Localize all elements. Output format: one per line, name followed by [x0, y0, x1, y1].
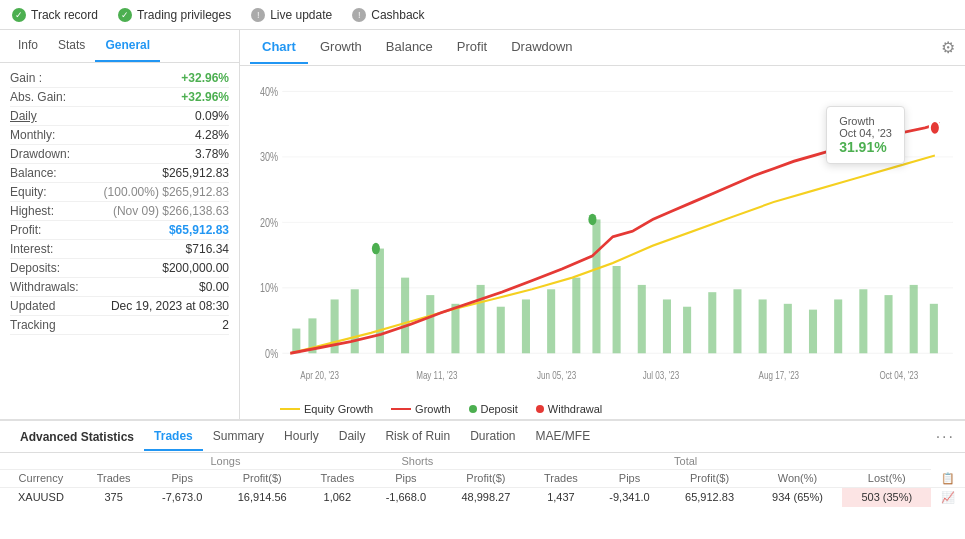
stat-tracking-value: 2 [222, 318, 229, 332]
svg-rect-41 [885, 295, 893, 353]
stat-abs-gain: Abs. Gain: +32.96% [10, 88, 229, 107]
td-longs-profit: 16,914.56 [219, 487, 306, 507]
th-total-pips: Pips [593, 470, 667, 488]
td-won: 934 (65%) [753, 487, 842, 507]
bottom-tab-daily[interactable]: Daily [329, 423, 376, 451]
stat-equity-value: (100.00%) $265,912.83 [104, 185, 229, 199]
svg-rect-33 [683, 307, 691, 354]
stat-daily-label[interactable]: Daily [10, 109, 37, 123]
chart-tab-balance[interactable]: Balance [374, 31, 445, 64]
td-total-trades: 1,437 [529, 487, 593, 507]
svg-rect-42 [910, 285, 918, 353]
cashback-label: Cashback [371, 8, 424, 22]
tab-stats[interactable]: Stats [48, 30, 95, 62]
tooltip-title: Growth [839, 115, 892, 127]
td-longs-trades: 375 [82, 487, 146, 507]
withdrawal-label: Withdrawal [548, 403, 602, 415]
trading-privileges-item[interactable]: ✓ Trading privileges [118, 8, 231, 22]
track-record-badge: ✓ [12, 8, 26, 22]
svg-rect-22 [426, 295, 434, 353]
stat-daily-value: 0.09% [195, 109, 229, 123]
stat-abs-gain-label: Abs. Gain: [10, 90, 66, 104]
chart-settings-icon[interactable]: ⚙ [941, 38, 955, 57]
bottom-tab-hourly[interactable]: Hourly [274, 423, 329, 451]
chart-tab-profit[interactable]: Profit [445, 31, 499, 64]
td-total-pips: -9,341.0 [593, 487, 667, 507]
cashback-item[interactable]: ! Cashback [352, 8, 424, 22]
bottom-tab-duration[interactable]: Duration [460, 423, 525, 451]
tab-info[interactable]: Info [8, 30, 48, 62]
live-update-item[interactable]: ! Live update [251, 8, 332, 22]
td-lost: 503 (35%) [842, 487, 931, 507]
chart-tab-growth[interactable]: Growth [308, 31, 374, 64]
svg-text:Apr 20, '23: Apr 20, '23 [300, 369, 339, 382]
stats-table: Longs Shorts Total Currency Trades Pips … [0, 453, 965, 507]
svg-rect-29 [592, 219, 600, 353]
svg-text:Oct 04, '23: Oct 04, '23 [879, 369, 918, 382]
stat-withdrawals-value: $0.00 [199, 280, 229, 294]
svg-text:40%: 40% [260, 84, 278, 98]
svg-point-44 [930, 121, 940, 136]
svg-rect-40 [859, 289, 867, 353]
tab-general[interactable]: General [95, 30, 160, 62]
stat-updated: Updated Dec 19, 2023 at 08:30 [10, 297, 229, 316]
left-panel: Info Stats General Gain : +32.96% Abs. G… [0, 30, 240, 419]
bottom-section: Advanced Statistics Trades Summary Hourl… [0, 419, 965, 539]
svg-text:Aug 17, '23: Aug 17, '23 [759, 369, 800, 382]
bottom-dots-menu[interactable]: ··· [936, 428, 955, 446]
stat-drawdown-label: Drawdown: [10, 147, 70, 161]
track-record-label: Track record [31, 8, 98, 22]
svg-rect-31 [638, 285, 646, 353]
svg-rect-32 [663, 299, 671, 353]
chart-tooltip: Growth Oct 04, '23 31.91% [826, 106, 905, 164]
table-row: XAUUSD 375 -7,673.0 16,914.56 1,062 -1,6… [0, 487, 965, 507]
svg-rect-16 [292, 329, 300, 354]
stat-equity: Equity: (100.00%) $265,912.83 [10, 183, 229, 202]
bottom-tab-mae-mfe[interactable]: MAE/MFE [526, 423, 601, 451]
stat-monthly-label: Monthly: [10, 128, 55, 142]
svg-rect-27 [547, 289, 555, 353]
deposit-dot [469, 405, 477, 413]
stat-gain: Gain : +32.96% [10, 69, 229, 88]
growth-line [391, 408, 411, 410]
bottom-tab-trades[interactable]: Trades [144, 423, 203, 451]
stat-balance-value: $265,912.83 [162, 166, 229, 180]
td-chart-icon[interactable]: 📈 [931, 487, 965, 507]
chart-tab-drawdown[interactable]: Drawdown [499, 31, 584, 64]
stat-deposits: Deposits: $200,000.00 [10, 259, 229, 278]
stat-tracking-label: Tracking [10, 318, 56, 332]
stat-highest-label: Highest: [10, 204, 54, 218]
legend-deposit: Deposit [469, 403, 518, 415]
stat-profit-value: $65,912.83 [169, 223, 229, 237]
stat-withdrawals: Withdrawals: $0.00 [10, 278, 229, 297]
bottom-tab-summary[interactable]: Summary [203, 423, 274, 451]
th-empty [0, 453, 145, 470]
svg-text:Jul 03, '23: Jul 03, '23 [643, 369, 680, 382]
svg-text:May 11, '23: May 11, '23 [416, 369, 458, 382]
stat-interest: Interest: $716.34 [10, 240, 229, 259]
legend-equity-growth: Equity Growth [280, 403, 373, 415]
th-shorts-profit: Profit($) [443, 470, 530, 488]
svg-point-46 [588, 214, 596, 226]
equity-growth-line [280, 408, 300, 410]
bottom-tab-risk-of-ruin[interactable]: Risk of Ruin [375, 423, 460, 451]
svg-rect-30 [613, 266, 621, 353]
td-shorts-profit: 48,998.27 [443, 487, 530, 507]
svg-rect-28 [572, 278, 580, 354]
svg-point-45 [372, 243, 380, 255]
track-record-item[interactable]: ✓ Track record [12, 8, 98, 22]
chart-tab-chart[interactable]: Chart [250, 31, 308, 64]
th-shorts-trades: Trades [306, 470, 370, 488]
stat-deposits-value: $200,000.00 [162, 261, 229, 275]
stat-updated-label: Updated [10, 299, 55, 313]
td-longs-pips: -7,673.0 [145, 487, 219, 507]
stat-highest: Highest: (Nov 09) $266,138.63 [10, 202, 229, 221]
cashback-badge: ! [352, 8, 366, 22]
stats-grid: Gain : +32.96% Abs. Gain: +32.96% Daily … [0, 63, 239, 341]
svg-rect-19 [351, 289, 359, 353]
svg-text:20%: 20% [260, 215, 278, 229]
advanced-statistics-title: Advanced Statistics [10, 424, 144, 450]
th-shorts-pips: Pips [369, 470, 443, 488]
svg-text:30%: 30% [260, 150, 278, 164]
th-currency: Currency [0, 470, 82, 488]
